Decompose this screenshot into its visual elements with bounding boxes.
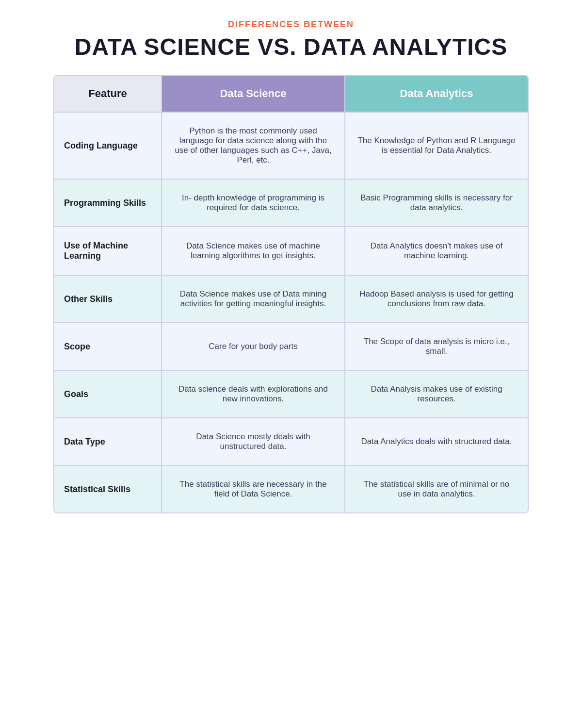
col-ds-header: Data Science (161, 76, 344, 112)
cell-ds-6: Data Science mostly deals with unstructu… (161, 418, 344, 465)
cell-ds-0: Python is the most commonly used languag… (161, 113, 344, 179)
cell-feature-3: Other Skills (54, 276, 161, 322)
cell-ds-1: In- depth knowledge of programming is re… (161, 180, 344, 226)
cell-feature-1: Programming Skills (54, 180, 161, 226)
cell-da-5: Data Analysis makes use of existing reso… (344, 371, 528, 417)
table-row: Data TypeData Science mostly deals with … (54, 417, 528, 465)
col-da-header: Data Analytics (344, 76, 528, 112)
cell-da-3: Hadoop Based analysis is used for gettin… (344, 276, 528, 322)
page-title: DATA SCIENCE VS. DATA ANALYTICS (53, 33, 529, 60)
cell-da-7: The statistical skills are of minimal or… (344, 466, 528, 513)
table-row: Other SkillsData Science makes use of Da… (54, 275, 528, 322)
cell-ds-3: Data Science makes use of Data mining ac… (161, 276, 344, 322)
table-row: Statistical SkillsThe statistical skills… (54, 465, 528, 513)
page-wrapper: DIFFERENCES BETWEEN DATA SCIENCE VS. DAT… (53, 19, 529, 513)
cell-ds-7: The statistical skills are necessary in … (161, 466, 344, 513)
table-body: Coding LanguagePython is the most common… (54, 112, 528, 513)
cell-feature-0: Coding Language (54, 113, 161, 179)
comparison-table: Feature Data Science Data Analytics Codi… (53, 75, 529, 513)
cell-feature-6: Data Type (54, 418, 161, 465)
table-row: Use of Machine LearningData Science make… (54, 226, 528, 275)
table-row: Programming SkillsIn- depth knowledge of… (54, 179, 528, 226)
cell-da-2: Data Analytics doesn't makes use of mach… (344, 227, 528, 275)
cell-da-1: Basic Programming skills is necessary fo… (344, 180, 528, 226)
cell-ds-4: Care for your body parts (161, 323, 344, 370)
cell-da-0: The Knowledge of Python and R Language i… (344, 113, 528, 179)
cell-ds-2: Data Science makes use of machine learni… (161, 227, 344, 275)
cell-da-6: Data Analytics deals with structured dat… (344, 418, 528, 465)
cell-feature-2: Use of Machine Learning (54, 227, 161, 275)
cell-feature-5: Goals (54, 371, 161, 417)
cell-feature-7: Statistical Skills (54, 466, 161, 513)
table-row: Coding LanguagePython is the most common… (54, 112, 528, 179)
cell-da-4: The Scope of data analysis is micro i.e.… (344, 323, 528, 370)
page-header: DIFFERENCES BETWEEN DATA SCIENCE VS. DAT… (53, 19, 529, 60)
col-feature-header: Feature (54, 76, 161, 112)
table-row: GoalsData science deals with exploration… (54, 370, 528, 417)
cell-feature-4: Scope (54, 323, 161, 370)
table-header-row: Feature Data Science Data Analytics (54, 76, 528, 112)
table-row: ScopeCare for your body partsThe Scope o… (54, 322, 528, 370)
cell-ds-5: Data science deals with explorations and… (161, 371, 344, 417)
subtitle: DIFFERENCES BETWEEN (53, 19, 529, 30)
